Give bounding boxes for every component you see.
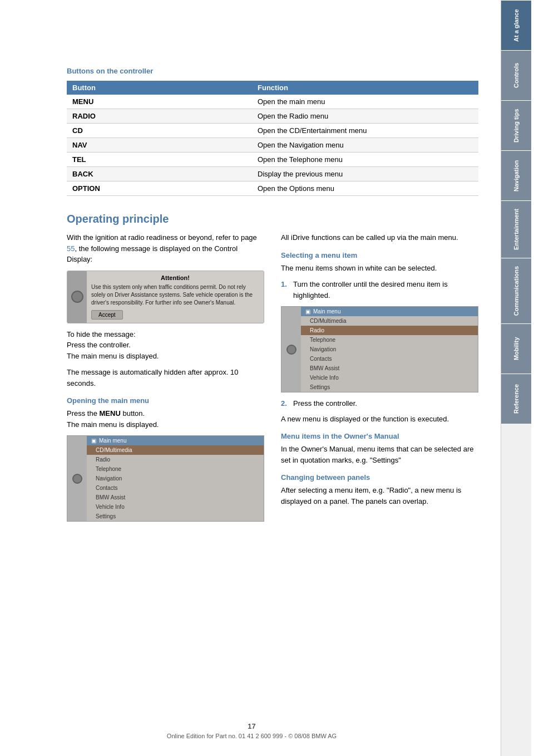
- hide-message-text: To hide the message: Press the controlle…: [67, 329, 264, 362]
- sidebar-tab-mobility[interactable]: Mobility: [501, 323, 531, 374]
- table-row: RADIOOpen the Radio menu: [67, 109, 478, 124]
- button-name-cell: TEL: [67, 153, 252, 167]
- owners-manual-text: In the Owner's Manual, menu items that c…: [281, 444, 478, 465]
- menu-item-nav-right: Navigation: [301, 345, 478, 354]
- sidebar: At a glance Controls Driving tips Naviga…: [501, 0, 531, 756]
- menu-items-area-right: ▣ Main menu CD/Multimedia Radio Telephon…: [301, 307, 478, 392]
- menu-header-right: ▣ Main menu: [301, 307, 478, 316]
- intro-text: With the ignition at radio readiness or …: [67, 232, 264, 265]
- step-number-1: 1.: [281, 279, 290, 301]
- menu-item-bmw-right: BMW Assist: [301, 364, 478, 373]
- button-name-cell: RADIO: [67, 109, 252, 124]
- sidebar-tab-entertainment[interactable]: Entertainment: [501, 200, 531, 258]
- button-function-cell: Open the Radio menu: [252, 109, 478, 124]
- menu-item-navigation: Navigation: [87, 474, 264, 483]
- menu-item-radio-right: Radio: [301, 326, 478, 335]
- right-column: All iDrive functions can be called up vi…: [281, 232, 478, 527]
- selecting-text: The menu items shown in white can be sel…: [281, 263, 478, 274]
- table-header-button: Button: [67, 81, 252, 95]
- step-number-2: 2.: [281, 398, 290, 409]
- table-row: TELOpen the Telephone menu: [67, 153, 478, 167]
- menu-item-set-right: Settings: [301, 382, 478, 392]
- accept-button[interactable]: Accept: [91, 310, 123, 320]
- step-2-text: Press the controller.: [293, 398, 357, 409]
- table-row: BACKDisplay the previous menu: [67, 167, 478, 181]
- button-function-cell: Open the CD/Entertainment menu: [252, 124, 478, 138]
- menu-item-con-right: Contacts: [301, 354, 478, 364]
- button-name-cell: MENU: [67, 95, 252, 109]
- attention-screen: Attention! Use this system only when tra…: [67, 271, 264, 323]
- buttons-section: Buttons on the controller Button Functio…: [67, 67, 478, 196]
- button-name-cell: NAV: [67, 138, 252, 153]
- menu-knob: [72, 474, 82, 484]
- menu-item-bmwassist: BMW Assist: [87, 493, 264, 502]
- opening-main-menu-text: Press the MENU button. The main menu is …: [67, 408, 264, 430]
- right-intro-text: All iDrive functions can be called up vi…: [281, 232, 478, 243]
- step-1-text: Turn the controller until the desired me…: [293, 279, 478, 301]
- menu-icon: ▣: [91, 438, 96, 444]
- sidebar-tab-reference[interactable]: Reference: [501, 374, 531, 424]
- menu-title-right: Main menu: [313, 308, 340, 315]
- menu-item-cd-right: CD/Multimedia: [301, 316, 478, 326]
- step-2-result: A new menu is displayed or the function …: [281, 414, 478, 425]
- controller-table: Button Function MENUOpen the main menuRA…: [67, 81, 478, 196]
- main-menu-mockup-left: ▣ Main menu CD/Multimedia Radio Telephon…: [67, 435, 264, 522]
- opening-main-menu-heading: Opening the main menu: [67, 396, 264, 405]
- sidebar-tab-navigation[interactable]: Navigation: [501, 150, 531, 200]
- attention-body: Use this system only when traffic condit…: [91, 283, 259, 307]
- menu-item-contacts: Contacts: [87, 483, 264, 493]
- menu-header: ▣ Main menu: [87, 436, 264, 445]
- menu-item-radio: Radio: [87, 455, 264, 464]
- changing-panels-heading: Changing between panels: [281, 473, 478, 482]
- page-footer: 17 Online Edition for Part no. 01 41 2 6…: [0, 722, 503, 739]
- steps-list-2: 2. Press the controller.: [281, 398, 478, 409]
- sidebar-tab-driving-tips[interactable]: Driving tips: [501, 100, 531, 150]
- sidebar-tab-at-a-glance[interactable]: At a glance: [501, 0, 531, 50]
- menu-item-settings: Settings: [87, 512, 264, 521]
- button-name-cell: OPTION: [67, 181, 252, 196]
- page-number: 17: [0, 722, 503, 730]
- table-row: OPTIONOpen the Options menu: [67, 181, 478, 196]
- button-function-cell: Open the Telephone menu: [252, 153, 478, 167]
- changing-panels-text: After selecting a menu item, e.g. "Radio…: [281, 485, 478, 507]
- page-link[interactable]: 55: [67, 244, 75, 253]
- menu-item-veh-right: Vehicle Info: [301, 373, 478, 382]
- operating-principle-title: Operating principle: [67, 213, 478, 225]
- table-row: NAVOpen the Navigation menu: [67, 138, 478, 153]
- copyright-text: Online Edition for Part no. 01 41 2 600 …: [0, 733, 503, 739]
- step-2: 2. Press the controller.: [281, 398, 478, 409]
- sidebar-tab-communications[interactable]: Communications: [501, 258, 531, 323]
- button-function-cell: Open the main menu: [252, 95, 478, 109]
- steps-list: 1. Turn the controller until the desired…: [281, 279, 478, 301]
- menu-items-area: ▣ Main menu CD/Multimedia Radio Telephon…: [87, 436, 264, 521]
- screen-content: Attention! Use this system only when tra…: [87, 271, 264, 323]
- auto-hide-text: The message is automatically hidden afte…: [67, 367, 264, 389]
- button-name-cell: CD: [67, 124, 252, 138]
- step-1: 1. Turn the controller until the desired…: [281, 279, 478, 301]
- operating-principle-section: Operating principle With the ignition at…: [67, 213, 478, 527]
- menu-item-tel-right: Telephone: [301, 335, 478, 345]
- button-function-cell: Display the previous menu: [252, 167, 478, 181]
- owners-manual-heading: Menu items in the Owner's Manual: [281, 432, 478, 440]
- buttons-section-title: Buttons on the controller: [67, 67, 478, 75]
- selecting-heading: Selecting a menu item: [281, 251, 478, 259]
- table-row: MENUOpen the main menu: [67, 95, 478, 109]
- table-header-function: Function: [252, 81, 478, 95]
- menu-title: Main menu: [99, 438, 126, 444]
- table-row: CDOpen the CD/Entertainment menu: [67, 124, 478, 138]
- screen-knob: [67, 271, 87, 323]
- menu-item-telephone: Telephone: [87, 464, 264, 474]
- menu-item-cdmultimedia: CD/Multimedia: [87, 445, 264, 455]
- left-column: With the ignition at radio readiness or …: [67, 232, 264, 527]
- sidebar-tab-controls[interactable]: Controls: [501, 50, 531, 100]
- menu-item-vehicleinfo: Vehicle Info: [87, 502, 264, 512]
- button-function-cell: Open the Navigation menu: [252, 138, 478, 153]
- attention-title: Attention!: [91, 274, 259, 281]
- main-menu-mockup-right: ▣ Main menu CD/Multimedia Radio Telephon…: [281, 306, 478, 392]
- knob-circle: [71, 291, 83, 303]
- menu-knob-area: [67, 436, 87, 521]
- menu-knob-area-right: [281, 307, 301, 392]
- button-name-cell: BACK: [67, 167, 252, 181]
- button-function-cell: Open the Options menu: [252, 181, 478, 196]
- menu-icon-right: ▣: [305, 308, 310, 315]
